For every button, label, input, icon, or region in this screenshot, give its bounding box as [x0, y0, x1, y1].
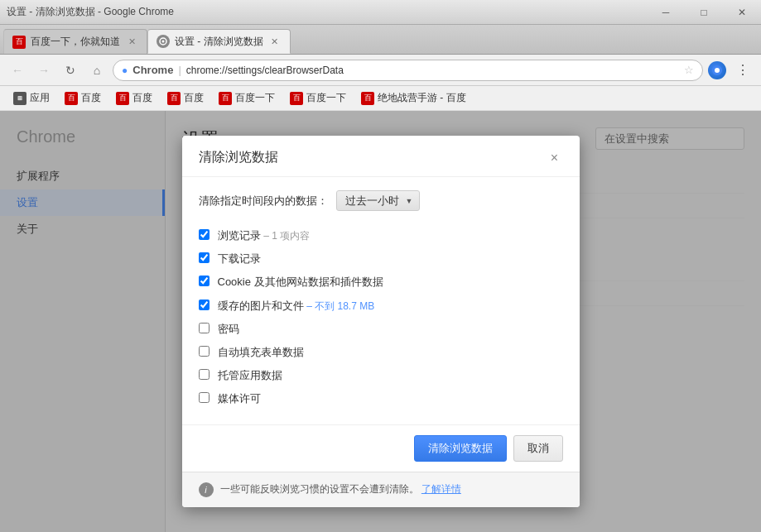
address-separator: |: [178, 64, 181, 76]
bookmarks-bar: ⊞ 应用 百 百度 百 百度 百 百度 百 百度一下 百 百度一下 百 绝地战营…: [0, 86, 761, 111]
svg-point-1: [162, 41, 165, 43]
checkbox-password: 密码: [199, 318, 563, 341]
dialog-body: 清除指定时间段内的数据： 过去一小时 过去一天 过去一周 过去四周 不限时间: [182, 177, 580, 424]
checkbox-hosted: 托管应用数据: [199, 364, 563, 387]
dialog-actions: 清除浏览数据 取消: [182, 424, 580, 472]
minimize-button[interactable]: ─: [647, 0, 685, 25]
dialog-close-button[interactable]: ×: [547, 150, 563, 166]
footer-info-text: 一些可能反映浏览习惯的设置不会遭到清除。 了解详情: [220, 482, 461, 496]
bookmark-baiduxia1-label: 百度一下: [235, 91, 275, 105]
checkbox-media: 媒体许可: [199, 387, 563, 410]
baidu1-icon: 百: [65, 92, 78, 105]
title-text: 设置 - 清除浏览数据 - Google Chrome: [7, 5, 174, 19]
address-bar: ← → ↻ ⌂ ● Chrome | chrome://settings/cle…: [0, 55, 761, 86]
svg-point-3: [715, 68, 720, 73]
time-range-select[interactable]: 过去一小时 过去一天 过去一周 过去四周 不限时间: [336, 190, 420, 211]
time-range-select-wrapper[interactable]: 过去一小时 过去一天 过去一周 过去四周 不限时间: [336, 190, 420, 211]
address-url: chrome://settings/clearBrowserData: [186, 65, 344, 76]
home-button[interactable]: ⌂: [86, 60, 108, 81]
tab-baidu[interactable]: 百 百度一下，你就知道 ✕: [3, 29, 147, 54]
cookie-checkbox[interactable]: [199, 276, 210, 286]
baidu2-icon: 百: [116, 92, 129, 105]
time-range-label: 清除指定时间段内的数据：: [199, 194, 328, 208]
clear-data-dialog: 清除浏览数据 × 清除指定时间段内的数据： 过去一小时 过去一天 过去一周 过去…: [182, 136, 580, 507]
address-brand: Chrome: [132, 64, 173, 76]
checkbox-autofill: 自动填充表单数据: [199, 341, 563, 364]
cache-checkbox[interactable]: [199, 300, 210, 310]
media-checkbox[interactable]: [199, 392, 210, 403]
checkbox-cookie: Cookie 及其他网站数据和插件数据: [199, 271, 563, 294]
dialog-header: 清除浏览数据 ×: [182, 136, 580, 177]
bookmark-apps-label: 应用: [30, 91, 50, 105]
checkbox-cache: 缓存的图片和文件 – 不到 18.7 MB: [199, 295, 563, 318]
password-checkbox[interactable]: [199, 323, 210, 333]
cache-label: 缓存的图片和文件 – 不到 18.7 MB: [218, 299, 375, 314]
dialog-title: 清除浏览数据: [199, 149, 278, 166]
bookmark-baidu3[interactable]: 百 百度: [161, 89, 210, 108]
checkbox-download: 下载记录: [199, 247, 563, 271]
download-checkbox[interactable]: [199, 252, 210, 263]
reload-button[interactable]: ↻: [60, 60, 81, 81]
dialog-overlay: 清除浏览数据 × 清除指定时间段内的数据： 过去一小时 过去一天 过去一周 过去…: [0, 111, 761, 532]
hosted-checkbox[interactable]: [199, 369, 210, 380]
bookmark-apps[interactable]: ⊞ 应用: [7, 89, 56, 108]
bookmark-game-label: 绝地战营手游 - 百度: [378, 91, 466, 105]
learn-more-link[interactable]: 了解详情: [421, 483, 461, 495]
paw-icon: 百: [12, 36, 26, 49]
clear-data-button[interactable]: 清除浏览数据: [414, 435, 507, 462]
title-bar-left: 设置 - 清除浏览数据 - Google Chrome: [0, 5, 647, 19]
cancel-button[interactable]: 取消: [513, 435, 563, 462]
page-content: Chrome 扩展程序 设置 关于 设置 密码和: [0, 111, 761, 532]
browse-checkbox[interactable]: [199, 229, 210, 240]
autofill-checkbox[interactable]: [199, 346, 210, 357]
password-label: 密码: [218, 322, 239, 337]
bookmark-baidu1[interactable]: 百 百度: [58, 89, 108, 108]
star-icon[interactable]: ☆: [684, 64, 694, 76]
download-label: 下载记录: [218, 252, 261, 266]
tab1-close[interactable]: ✕: [125, 36, 138, 49]
bookmark-baiduxia2-label: 百度一下: [306, 91, 346, 105]
tab2-close[interactable]: ✕: [268, 35, 282, 48]
game-icon: 百: [361, 92, 374, 105]
tab-bar: 百 百度一下，你就知道 ✕ 设置 - 清除浏览数据 ✕: [0, 25, 761, 55]
bookmark-baidu2-label: 百度: [132, 91, 152, 105]
chrome-extension-icon[interactable]: [708, 61, 726, 79]
bookmark-game[interactable]: 百 绝地战营手游 - 百度: [354, 89, 473, 108]
bookmark-baiduxia2[interactable]: 百 百度一下: [283, 89, 353, 108]
address-input-wrapper[interactable]: ● Chrome | chrome://settings/clearBrowse…: [113, 60, 703, 81]
tab-settings[interactable]: 设置 - 清除浏览数据 ✕: [147, 29, 291, 54]
dialog-footer-info: i 一些可能反映浏览习惯的设置不会遭到清除。 了解详情: [182, 472, 580, 507]
baiduxia2-icon: 百: [290, 92, 303, 105]
time-range-row: 清除指定时间段内的数据： 过去一小时 过去一天 过去一周 过去四周 不限时间: [199, 190, 563, 211]
info-icon: i: [199, 482, 214, 497]
cookie-label: Cookie 及其他网站数据和插件数据: [218, 275, 383, 290]
lock-icon: ●: [122, 65, 128, 76]
baiduxia1-icon: 百: [219, 92, 232, 105]
tab2-title: 设置 - 清除浏览数据: [175, 35, 263, 49]
window-controls: ─ □ ✕: [647, 0, 761, 25]
title-bar: 设置 - 清除浏览数据 - Google Chrome ─ □ ✕: [0, 0, 761, 25]
tab-strip: 百 百度一下，你就知道 ✕ 设置 - 清除浏览数据 ✕: [0, 29, 761, 54]
bookmark-baidu2[interactable]: 百 百度: [109, 89, 159, 108]
apps-bookmark-icon: ⊞: [13, 92, 26, 105]
baidu3-icon: 百: [167, 92, 181, 105]
back-button[interactable]: ←: [7, 60, 28, 81]
bookmark-baidu3-label: 百度: [184, 91, 204, 105]
checkbox-browse: 浏览记录 – 1 项内容: [199, 224, 563, 247]
maximize-button[interactable]: □: [685, 0, 723, 25]
bookmark-baiduxia1[interactable]: 百 百度一下: [212, 89, 282, 108]
hosted-label: 托管应用数据: [218, 368, 282, 383]
tab1-title: 百度一下，你就知道: [31, 35, 120, 49]
autofill-label: 自动填充表单数据: [218, 345, 304, 360]
media-label: 媒体许可: [218, 391, 261, 406]
forward-button[interactable]: →: [33, 60, 55, 81]
settings-tab-icon: [157, 35, 170, 48]
bookmark-baidu1-label: 百度: [81, 91, 101, 105]
browse-label: 浏览记录 – 1 项内容: [218, 228, 311, 243]
menu-button[interactable]: ⋮: [731, 59, 754, 81]
close-button[interactable]: ✕: [723, 0, 761, 25]
